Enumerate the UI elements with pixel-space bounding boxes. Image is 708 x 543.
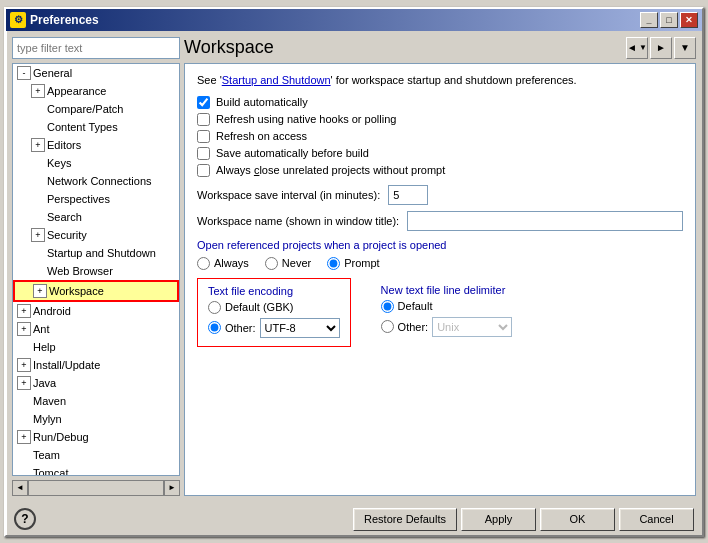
expand-icon-editors[interactable]: + — [31, 138, 45, 152]
tree-item-install[interactable]: + Install/Update — [13, 356, 179, 374]
tree-item-rundebug[interactable]: + Run/Debug — [13, 428, 179, 446]
tree-item-perspectives[interactable]: Perspectives — [13, 190, 179, 208]
expand-icon-security[interactable]: + — [31, 228, 45, 242]
expand-placeholder-webbrowser — [31, 264, 45, 278]
tree-item-workspace[interactable]: + Workspace — [13, 280, 179, 302]
tree-item-startup[interactable]: Startup and Shutdown — [13, 244, 179, 262]
expand-placeholder-tomcat — [17, 466, 31, 476]
expand-icon-android[interactable]: + — [17, 304, 31, 318]
checkbox-refresh-native-input[interactable] — [197, 113, 210, 126]
filter-input[interactable] — [12, 37, 180, 59]
apply-button[interactable]: Apply — [461, 508, 536, 531]
expand-placeholder-search — [31, 210, 45, 224]
nav-back-icon: ◄ — [627, 42, 637, 53]
encoding-select[interactable]: UTF-8 UTF-16 ISO-8859-1 GBK — [260, 318, 340, 338]
right-header: Workspace ◄ ▼ ► ▼ — [184, 37, 696, 59]
scroll-left-button[interactable]: ◄ — [12, 480, 28, 496]
expand-icon-workspace[interactable]: + — [33, 284, 47, 298]
tree-item-security[interactable]: + Security — [13, 226, 179, 244]
tree-item-general[interactable]: - General — [13, 64, 179, 82]
checkbox-refresh-access: Refresh on access — [197, 130, 683, 143]
save-interval-input[interactable] — [388, 185, 428, 205]
radio-other-enc-input[interactable] — [208, 321, 221, 334]
checkbox-refresh-access-input[interactable] — [197, 130, 210, 143]
tree-label-rundebug: Run/Debug — [33, 431, 89, 443]
workspace-name-input[interactable] — [407, 211, 683, 231]
checkbox-close-unrelated-label: Always close unrelated projects without … — [216, 164, 445, 176]
expand-icon-ant[interactable]: + — [17, 322, 31, 336]
ok-button[interactable]: OK — [540, 508, 615, 531]
tree-label-security: Security — [47, 229, 87, 241]
checkbox-refresh-access-label: Refresh on access — [216, 130, 307, 142]
tree-item-content-types[interactable]: Content Types — [13, 118, 179, 136]
tree-item-webbrowser[interactable]: Web Browser — [13, 262, 179, 280]
radio-other-ld-input[interactable] — [381, 320, 394, 333]
tree-item-maven[interactable]: Maven — [13, 392, 179, 410]
expand-placeholder-perspectives — [31, 192, 45, 206]
tree-item-compare[interactable]: Compare/Patch — [13, 100, 179, 118]
radio-never-input[interactable] — [265, 257, 278, 270]
save-interval-label: Workspace save interval (in minutes): — [197, 189, 380, 201]
bottom-left: ? — [14, 508, 36, 530]
nav-menu-button[interactable]: ▼ — [674, 37, 696, 59]
tree-item-editors[interactable]: + Editors — [13, 136, 179, 154]
restore-defaults-button[interactable]: Restore Defaults — [353, 508, 457, 531]
tree-item-help[interactable]: Help — [13, 338, 179, 356]
tree-item-tomcat[interactable]: Tomcat — [13, 464, 179, 476]
tree-item-appearance[interactable]: + Appearance — [13, 82, 179, 100]
radio-default-ld-input[interactable] — [381, 300, 394, 313]
scroll-right-button[interactable]: ► — [164, 480, 180, 496]
encoding-section: Text file encoding Default (GBK) Other: … — [197, 278, 683, 347]
expand-icon-java[interactable]: + — [17, 376, 31, 390]
cancel-button[interactable]: Cancel — [619, 508, 694, 531]
radio-always-input[interactable] — [197, 257, 210, 270]
checkbox-refresh-native-label: Refresh using native hooks or polling — [216, 113, 396, 125]
close-button[interactable]: ✕ — [680, 12, 698, 28]
expand-icon-install[interactable]: + — [17, 358, 31, 372]
tree-item-mylyn[interactable]: Mylyn — [13, 410, 179, 428]
tree-item-android[interactable]: + Android — [13, 302, 179, 320]
startup-link[interactable]: Startup and Shutdown — [222, 74, 331, 86]
nav-dropdown-icon: ▼ — [639, 43, 647, 52]
info-pre: See ' — [197, 74, 222, 86]
bottom-bar: ? Restore Defaults Apply OK Cancel — [6, 502, 702, 535]
expand-icon-general[interactable]: - — [17, 66, 31, 80]
expand-icon-rundebug[interactable]: + — [17, 430, 31, 444]
checkbox-close-unrelated-input[interactable] — [197, 164, 210, 177]
maximize-button[interactable]: □ — [660, 12, 678, 28]
tree-label-maven: Maven — [33, 395, 66, 407]
checkbox-build-auto-input[interactable] — [197, 96, 210, 109]
line-delim-title: New text file line delimiter — [381, 284, 513, 296]
tree-label-tomcat: Tomcat — [33, 467, 68, 476]
content-area: - General + Appearance Compare/Patch Con… — [6, 31, 702, 502]
nav-forward-button[interactable]: ► — [650, 37, 672, 59]
tree-label-workspace: Workspace — [49, 285, 104, 297]
radio-default-gbk: Default (GBK) — [208, 301, 340, 314]
tree-item-keys[interactable]: Keys — [13, 154, 179, 172]
radio-prompt-input[interactable] — [327, 257, 340, 270]
tree-item-java[interactable]: + Java — [13, 374, 179, 392]
tree-item-search[interactable]: Search — [13, 208, 179, 226]
radio-default-gbk-label: Default (GBK) — [225, 301, 293, 313]
expand-icon-appearance[interactable]: + — [31, 84, 45, 98]
radio-never: Never — [265, 257, 311, 270]
checkbox-save-build-input[interactable] — [197, 147, 210, 160]
nav-buttons: ◄ ▼ ► ▼ — [626, 37, 696, 59]
scroll-track[interactable] — [28, 480, 164, 496]
radio-default-gbk-input[interactable] — [208, 301, 221, 314]
tree-item-network[interactable]: Network Connections — [13, 172, 179, 190]
encoding-title: Text file encoding — [208, 285, 340, 297]
workspace-name-row: Workspace name (shown in window title): — [197, 211, 683, 231]
radio-default-ld: Default — [381, 300, 513, 313]
minimize-button[interactable]: _ — [640, 12, 658, 28]
checkbox-build-auto: Build automatically — [197, 96, 683, 109]
tree-item-ant[interactable]: + Ant — [13, 320, 179, 338]
tree-label-keys: Keys — [47, 157, 71, 169]
nav-back-button[interactable]: ◄ ▼ — [626, 37, 648, 59]
tree-label-android: Android — [33, 305, 71, 317]
help-button[interactable]: ? — [14, 508, 36, 530]
radio-always: Always — [197, 257, 249, 270]
line-delim-select[interactable]: Unix Windows Mac — [432, 317, 512, 337]
expand-placeholder-compare — [31, 102, 45, 116]
tree-item-team[interactable]: Team — [13, 446, 179, 464]
